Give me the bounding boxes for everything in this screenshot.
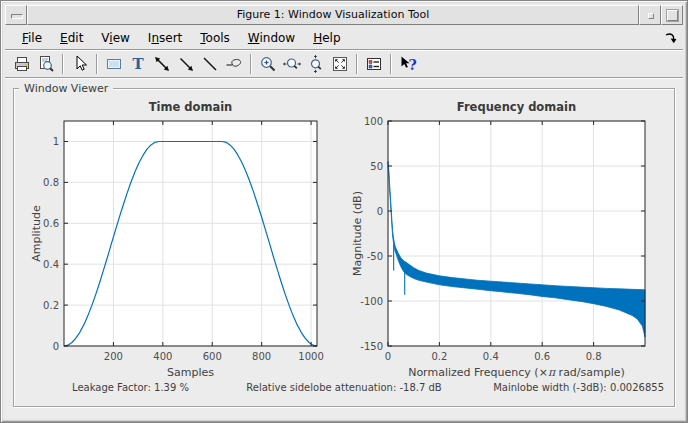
client-area: Window Viewer 200400600800100000.20.40.6… (5, 79, 683, 418)
insert-double-arrow-button[interactable] (150, 52, 174, 76)
print-preview-icon (36, 54, 56, 74)
insert-line-button[interactable] (198, 52, 222, 76)
leakage-factor-text: Leakage Factor: 1.39 % (72, 382, 189, 393)
window-title: Figure 1: Window Visualization Tool (27, 5, 639, 25)
zoom-x-icon (282, 54, 302, 74)
insert-text-button[interactable]: T (126, 52, 150, 76)
edit-plot-pointer-icon (70, 54, 90, 74)
menu-help[interactable]: Help (304, 29, 349, 47)
x-tick-label: 600 (203, 351, 222, 362)
menu-bar: FileEditViewInsertToolsWindowHelp (5, 27, 683, 50)
x-tick-label: 200 (104, 351, 123, 362)
x-axis-label: Normalized Frequency (×π rad/sample) (408, 366, 625, 379)
x-tick-label: 1000 (298, 351, 323, 362)
insert-arrow-icon (176, 54, 196, 74)
whats-this-icon: ? (398, 54, 418, 74)
zoom-x-button[interactable] (280, 52, 304, 76)
plot-area[interactable] (64, 121, 317, 346)
x-axis-label: Samples (167, 366, 214, 379)
window-viewer-group: Window Viewer 200400600800100000.20.40.6… (13, 88, 675, 407)
plot-area[interactable] (388, 121, 645, 346)
x-tick-label: 0.2 (431, 351, 447, 362)
menu-file[interactable]: File (13, 29, 51, 47)
frequency-domain-chart: 00.20.40.60.8-150-100-50050100Frequency … (343, 93, 681, 387)
y-tick-label: 0.2 (43, 300, 59, 311)
toolbar-separator (96, 54, 98, 74)
menu-window[interactable]: Window (239, 29, 304, 47)
y-axis-label: Magnitude (dB) (351, 191, 364, 276)
x-tick-label: 0.4 (483, 351, 499, 362)
time-domain-chart: 200400600800100000.20.40.60.81Time domai… (16, 93, 338, 387)
edit-plot-pointer-button[interactable] (68, 52, 92, 76)
x-tick-label: 0 (385, 351, 391, 362)
x-tick-label: 400 (153, 351, 172, 362)
menu-edit[interactable]: Edit (51, 29, 92, 47)
y-tick-label: 0.4 (43, 259, 59, 270)
y-tick-label: 100 (364, 116, 383, 127)
maximize-button[interactable] (661, 5, 683, 25)
y-tick-label: 0.6 (43, 218, 59, 229)
zoom-in-icon (258, 54, 278, 74)
legend-icon (364, 54, 384, 74)
minimize-button[interactable] (639, 5, 661, 25)
title-bar[interactable]: Figure 1: Window Visualization Tool (5, 5, 683, 25)
insert-line-icon (200, 54, 220, 74)
x-tick-label: 800 (252, 351, 271, 362)
y-axis-label: Amplitude (30, 205, 43, 262)
pin-icon (224, 54, 244, 74)
y-tick-label: -50 (367, 251, 383, 262)
menu-tools[interactable]: Tools (191, 29, 239, 47)
insert-rectangle-icon (104, 54, 124, 74)
dock-figure-icon[interactable] (663, 31, 677, 45)
restore-view-button[interactable] (328, 52, 352, 76)
zoom-y-icon (306, 54, 326, 74)
svg-text:T: T (132, 55, 144, 73)
insert-arrow-button[interactable] (174, 52, 198, 76)
print-button[interactable] (10, 52, 34, 76)
whats-this-button[interactable]: ? (396, 52, 420, 76)
frequency-domain-chart-container: 00.20.40.60.8-150-100-50050100Frequency … (343, 93, 681, 391)
window-menu-dash-icon (11, 14, 23, 19)
toolbar-separator (62, 54, 64, 74)
restore-view-icon (330, 54, 350, 74)
window-menu-button[interactable] (5, 5, 27, 25)
zoom-y-button[interactable] (304, 52, 328, 76)
insert-double-arrow-icon (152, 54, 172, 74)
y-tick-label: 0 (53, 341, 59, 352)
time-domain-chart-container: 200400600800100000.20.40.60.81Time domai… (16, 93, 338, 391)
toolbar-separator (250, 54, 252, 74)
toolbar-separator (356, 54, 358, 74)
chart-title: Time domain (149, 100, 233, 114)
zoom-in-button[interactable] (256, 52, 280, 76)
figure-window: Figure 1: Window Visualization Tool File… (0, 0, 688, 423)
insert-text-icon: T (128, 54, 148, 74)
y-tick-label: 0 (377, 206, 383, 217)
print-preview-button[interactable] (34, 52, 58, 76)
menu-view[interactable]: View (92, 29, 139, 47)
y-tick-label: 1 (53, 136, 59, 147)
toolbar-separator (390, 54, 392, 74)
menu-insert[interactable]: Insert (139, 29, 191, 47)
sidelobe-attenuation-text: Relative sidelobe attenuation: -18.7 dB (246, 382, 441, 393)
y-tick-label: 50 (370, 161, 383, 172)
x-tick-label: 0.6 (534, 351, 550, 362)
x-tick-label: 0.8 (586, 351, 602, 362)
svg-text:?: ? (408, 56, 416, 72)
y-tick-label: 0.8 (43, 177, 59, 188)
y-tick-label: -100 (360, 296, 383, 307)
y-tick-label: -150 (360, 341, 383, 352)
status-row: Leakage Factor: 1.39 % Relative sidelobe… (14, 382, 674, 396)
pin-button[interactable] (222, 52, 246, 76)
mainlobe-width-text: Mainlobe width (-3dB): 0.0026855 (493, 382, 664, 393)
print-icon (12, 54, 32, 74)
legend-button[interactable] (362, 52, 386, 76)
toolbar: T? (5, 50, 683, 78)
maximize-icon (667, 10, 678, 21)
insert-rectangle-button[interactable] (102, 52, 126, 76)
chart-title: Frequency domain (457, 100, 576, 114)
minimize-icon (648, 13, 654, 19)
